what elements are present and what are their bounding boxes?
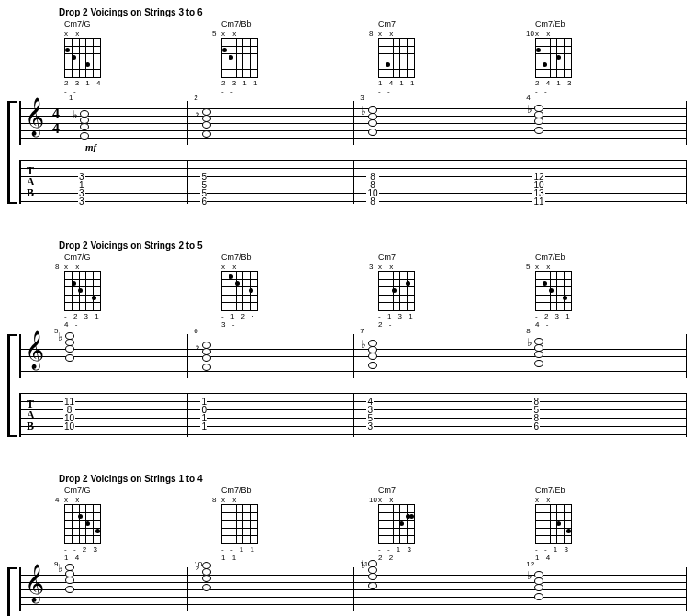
section-strings-2-5: Drop 2 Voicings on Strings 2 to 5 Cm7/G8… [7, 241, 687, 437]
chord-name: Cm7 [378, 19, 524, 28]
measure-number: 4 [526, 94, 530, 102]
chord-diagram: 5 x x 2 3 1 1 - - [221, 29, 265, 95]
chord-diagram: 10 x x 2 4 1 3 - - [535, 29, 579, 95]
fret-position: 8 [369, 29, 373, 38]
chord-name: Cm7/Bb [221, 19, 367, 28]
system-brace [7, 101, 17, 204]
chord-name: Cm7/G [64, 19, 210, 28]
chord-diagram: 8 x x 1 4 1 1 - - [378, 29, 422, 95]
dynamic-marking: mf [85, 141, 96, 152]
tab-label: TAB [27, 165, 35, 198]
chord-cell: Cm7/Eb 10 x x 2 4 1 3 - - [530, 19, 687, 95]
treble-clef-icon: 𝄞 [25, 97, 44, 136]
section-title: Drop 2 Voicings on Strings 1 to 4 [59, 474, 687, 484]
fingering: 2 4 1 3 - - [535, 79, 579, 95]
section-title: Drop 2 Voicings on Strings 2 to 5 [59, 241, 687, 251]
chord-cell: Cm7 8 x x 1 4 1 1 - - [373, 19, 530, 95]
treble-clef-icon: 𝄞 [25, 330, 44, 369]
notation-staff: 𝄞 1 44 mf ♭ 2 ♭ 3 ♭ 4 ♭ [19, 101, 687, 145]
section-title: Drop 2 Voicings on Strings 3 to 6 [59, 7, 687, 17]
sheet-music-page: Drop 2 Voicings on Strings 3 to 6 Cm7/G … [7, 7, 687, 616]
chord-name: Cm7/Eb [535, 19, 681, 28]
measure-number: 3 [360, 94, 364, 102]
fingering: 1 4 1 1 - - [378, 79, 422, 95]
section-strings-3-6: Drop 2 Voicings on Strings 3 to 6 Cm7/G … [7, 7, 687, 204]
tablature-staff: TAB 3133 5556 88108 12101311 [19, 160, 687, 204]
fret-position: 10 [526, 29, 534, 38]
treble-clef-icon: 𝄞 [25, 564, 44, 602]
chord-diagram: x x 2 3 1 4 - - [64, 29, 108, 95]
section-strings-1-4: Drop 2 Voicings on Strings 1 to 4 Cm7/G4… [7, 474, 687, 616]
measure-number: 2 [194, 94, 197, 102]
time-signature: 44 [52, 106, 60, 136]
measure-number: 1 [69, 94, 73, 102]
chord-cell: Cm7/Bb 5 x x 2 3 1 1 - - [216, 19, 373, 95]
chord-cell: Cm7/G x x 2 3 1 4 - - [59, 19, 216, 95]
fret-position: 5 [212, 29, 216, 38]
fingering: 2 3 1 1 - - [221, 79, 265, 95]
